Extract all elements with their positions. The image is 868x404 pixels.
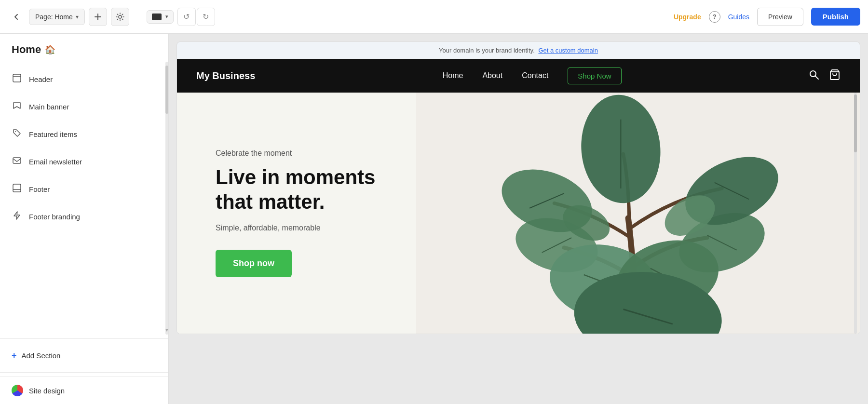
tag-icon <box>12 128 22 140</box>
nav-cta-button[interactable]: Shop Now <box>568 67 621 84</box>
banner-icon <box>12 101 22 113</box>
gear-icon <box>116 13 124 21</box>
domain-banner-text: Your domain is your brand identity. <box>439 47 535 54</box>
publish-button[interactable]: Publish <box>811 8 860 26</box>
sidebar-scrollbar-thumb <box>165 66 168 114</box>
main-banner-label: Main banner <box>29 103 69 111</box>
undo-button[interactable]: ↺ <box>177 8 196 26</box>
add-section-button[interactable]: + Add Section <box>0 343 168 368</box>
device-chevron: ▾ <box>165 13 168 20</box>
sidebar-items: Header Main banner <box>0 62 168 234</box>
home-icon: 🏠 <box>45 44 55 55</box>
add-section-button[interactable] <box>89 8 107 26</box>
hero-subtitle: Celebrate the moment <box>216 149 380 158</box>
svg-rect-4 <box>13 158 21 163</box>
plant-illustration <box>416 93 860 334</box>
svg-point-0 <box>119 15 122 18</box>
nav-link-home[interactable]: Home <box>443 71 463 80</box>
add-section-label: Add Section <box>22 351 61 360</box>
page-selector-label: Page: Home <box>35 13 73 21</box>
nav-link-contact[interactable]: Contact <box>522 71 548 80</box>
sidebar-scroll-wrap: Header Main banner <box>0 62 168 335</box>
layout-icon <box>12 73 22 85</box>
cart-icon[interactable] <box>829 69 841 83</box>
plus-icon <box>94 13 102 21</box>
sidebar-item-header[interactable]: Header <box>0 66 168 93</box>
header-label: Header <box>29 75 53 83</box>
help-button[interactable]: ? <box>709 11 720 23</box>
back-icon <box>12 13 21 21</box>
hero-content: Celebrate the moment Live in moments tha… <box>177 110 418 316</box>
sidebar-item-email-newsletter[interactable]: Email newsletter <box>0 148 168 175</box>
toolbar: Page: Home ▾ ▾ ↺ ↻ Upgrade ? Guides Pr <box>0 0 868 34</box>
site-design-icon <box>12 385 23 396</box>
site-nav-links: Home About Contact Shop Now <box>443 67 622 84</box>
chevron-down-icon: ▾ <box>76 13 79 20</box>
sidebar-divider-1 <box>0 338 168 339</box>
page-selector[interactable]: Page: Home ▾ <box>29 9 85 25</box>
guides-link[interactable]: Guides <box>728 13 749 21</box>
lightning-icon <box>12 211 22 223</box>
back-button[interactable] <box>8 8 25 26</box>
svg-rect-1 <box>13 74 21 82</box>
preview-button[interactable]: Preview <box>757 8 803 26</box>
svg-point-3 <box>15 131 16 132</box>
settings-button[interactable] <box>111 8 129 26</box>
sidebar-scrollbar-track: ▼ <box>165 62 168 335</box>
toolbar-right: Upgrade ? Guides Preview Publish <box>674 8 860 26</box>
email-icon <box>12 156 22 168</box>
site-logo: My Business <box>196 70 255 81</box>
hero-cta-button[interactable]: Shop now <box>216 250 292 277</box>
sidebar-scroll-down-icon: ▼ <box>164 327 168 333</box>
hero-description: Simple, affordable, memorable <box>216 224 380 232</box>
scrollbar-thumb <box>854 94 857 152</box>
site-design-item[interactable]: Site design <box>0 377 168 404</box>
sidebar-item-main-banner[interactable]: Main banner <box>0 93 168 121</box>
email-newsletter-label: Email newsletter <box>29 158 82 166</box>
undo-redo-group: ↺ ↻ <box>177 8 215 26</box>
scrollbar-track <box>854 93 857 334</box>
domain-banner: Your domain is your brand identity. Get … <box>176 41 860 59</box>
canvas-area: Your domain is your brand identity. Get … <box>169 34 868 404</box>
main-area: Home 🏠 Header <box>0 34 868 404</box>
search-icon[interactable] <box>809 69 819 82</box>
preview-frame: My Business Home About Contact Shop Now <box>176 59 860 334</box>
hero-title: Live in moments that matter. <box>216 165 380 214</box>
site-design-label: Site design <box>29 387 65 395</box>
sidebar: Home 🏠 Header <box>0 34 169 404</box>
sidebar-title: Home 🏠 <box>0 34 168 62</box>
featured-items-label: Featured items <box>29 130 77 138</box>
custom-domain-link[interactable]: Get a custom domain <box>538 47 598 54</box>
plus-icon: + <box>12 350 17 361</box>
sidebar-divider-2 <box>0 372 168 373</box>
footer-branding-label: Footer branding <box>29 213 80 221</box>
hero-banner: Celebrate the moment Live in moments tha… <box>177 93 860 334</box>
footer-icon <box>12 183 22 195</box>
sidebar-item-featured-items[interactable]: Featured items <box>0 121 168 148</box>
footer-label: Footer <box>29 185 50 193</box>
site-header: My Business Home About Contact Shop Now <box>177 59 860 93</box>
sidebar-item-footer[interactable]: Footer <box>0 175 168 203</box>
upgrade-link[interactable]: Upgrade <box>674 13 701 21</box>
sidebar-item-footer-branding[interactable]: Footer branding <box>0 203 168 230</box>
redo-button[interactable]: ↻ <box>197 8 215 26</box>
page-title: Home <box>12 43 41 56</box>
nav-link-about[interactable]: About <box>482 71 502 80</box>
svg-line-8 <box>815 76 819 79</box>
preview-scrollbar[interactable] <box>854 93 858 334</box>
svg-rect-5 <box>13 184 21 192</box>
site-nav-icons <box>809 69 841 83</box>
toolbar-left: Page: Home ▾ ▾ ↺ ↻ <box>8 8 670 26</box>
desktop-icon <box>152 13 162 20</box>
device-selector[interactable]: ▾ <box>147 10 174 24</box>
